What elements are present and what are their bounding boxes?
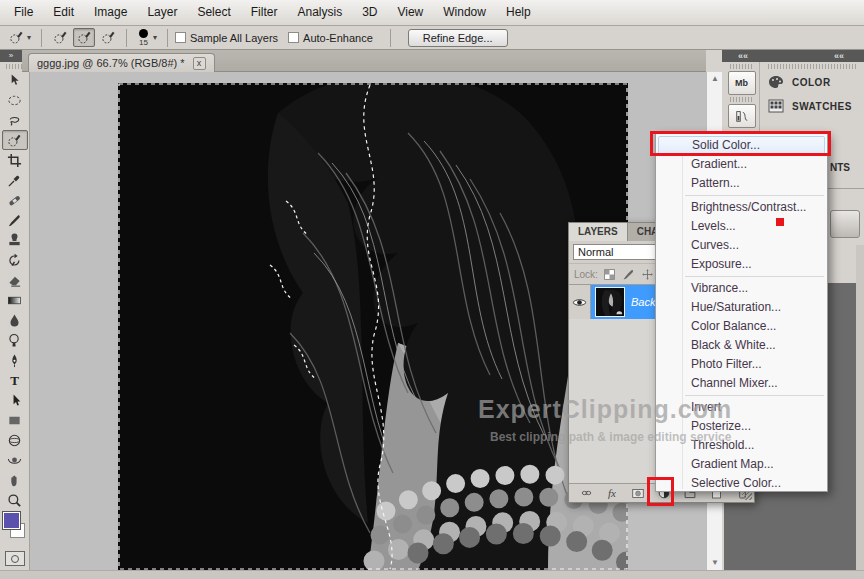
path-selection-tool-icon (7, 393, 22, 408)
menu-item-pattern[interactable]: Pattern... (656, 174, 827, 193)
refine-edge-button[interactable]: Refine Edge... (408, 29, 508, 47)
tool-clone-stamp[interactable] (2, 230, 28, 250)
foreground-color-swatch[interactable] (3, 512, 20, 529)
hand-tool-icon (7, 473, 22, 488)
tool-orbit-3d[interactable] (2, 450, 28, 470)
toolbar-expand-button[interactable]: » (0, 50, 22, 62)
tool-elliptical-marquee[interactable] (2, 90, 28, 110)
histogram-panel-button[interactable] (728, 104, 756, 128)
tool-crop[interactable] (2, 150, 28, 170)
collapse-panels-icon[interactable]: «« (738, 50, 748, 62)
lock-pixels-button[interactable] (622, 267, 636, 281)
dock-header: «« «« (722, 50, 864, 62)
menu-item-hue-saturation[interactable]: Hue/Saturation... (656, 298, 827, 317)
document-tab[interactable]: gggg.jpg @ 66.7% (RGB/8#) * x (28, 53, 215, 72)
menubar-item-3d[interactable]: 3D (352, 0, 387, 25)
brush-size-picker[interactable]: 15 ▾ (134, 28, 160, 48)
menu-item-color-balance[interactable]: Color Balance... (656, 317, 827, 336)
document-tab-bar: gggg.jpg @ 66.7% (RGB/8#) * x (22, 50, 706, 72)
tool-dodge[interactable] (2, 330, 28, 350)
tool-rotate-3d[interactable] (2, 430, 28, 450)
layer-style-button[interactable]: fx (604, 486, 620, 500)
chain-link-icon (579, 487, 594, 499)
add-to-selection-mode-button[interactable] (73, 28, 95, 47)
panel-grip[interactable] (768, 64, 858, 69)
quick-selection-tool-icon (7, 133, 22, 148)
tab-layers[interactable]: LAYERS (569, 223, 628, 241)
tool-pen[interactable] (2, 350, 28, 370)
eraser-tool-icon (7, 273, 22, 288)
chevron-down-icon: ▾ (153, 33, 157, 42)
color-panel-tab[interactable]: COLOR (762, 70, 864, 94)
tool-gradient[interactable] (2, 290, 28, 310)
menu-item-brightness-contrast[interactable]: Brightness/Contrast... (656, 198, 827, 217)
close-icon[interactable]: x (193, 57, 206, 70)
photo-canvas[interactable] (118, 83, 628, 570)
menubar-item-select[interactable]: Select (187, 0, 240, 25)
mini-bridge-panel-button[interactable]: Mb (728, 71, 756, 95)
tool-lasso[interactable] (2, 110, 28, 130)
tool-spot-healing[interactable] (2, 190, 28, 210)
tool-path-selection[interactable] (2, 390, 28, 410)
lock-position-button[interactable] (641, 267, 655, 281)
tool-eraser[interactable] (2, 270, 28, 290)
tool-hand[interactable] (2, 470, 28, 490)
menu-item-black-white[interactable]: Black & White... (656, 336, 827, 355)
collapse-panels-icon[interactable]: «« (834, 50, 844, 62)
link-layers-button[interactable] (578, 486, 594, 500)
panel-grip[interactable] (6, 64, 23, 69)
layer-thumbnail-image (596, 288, 624, 316)
add-layer-mask-button[interactable] (630, 486, 646, 500)
new-selection-mode-button[interactable] (49, 28, 71, 47)
layer-mask-icon (631, 487, 645, 500)
menubar-item-edit[interactable]: Edit (43, 0, 84, 25)
tool-type[interactable]: T (2, 370, 28, 390)
layer-thumbnail[interactable] (596, 288, 624, 316)
move-tool-icon (7, 73, 22, 88)
menu-item-levels[interactable]: Levels... (656, 217, 827, 236)
menu-separator (685, 276, 824, 277)
tool-move[interactable] (2, 70, 28, 90)
scroll-down-icon[interactable]: ▼ (707, 556, 723, 570)
swatches-panel-tab[interactable]: SWATCHES (762, 94, 864, 118)
tool-eyedropper[interactable] (2, 170, 28, 190)
layer-visibility-toggle[interactable] (569, 285, 591, 319)
scroll-up-icon[interactable]: ▲ (707, 72, 723, 86)
panel-grip[interactable] (730, 97, 753, 102)
menu-item-vibrance[interactable]: Vibrance... (656, 279, 827, 298)
menu-item-exposure[interactable]: Exposure... (656, 255, 827, 274)
tool-brush[interactable] (2, 210, 28, 230)
tool-blur[interactable] (2, 310, 28, 330)
tool-quick-selection[interactable] (2, 130, 28, 150)
quick-mask-button[interactable] (5, 551, 25, 566)
menubar-item-help[interactable]: Help (496, 0, 541, 25)
blend-mode-select[interactable]: Normal (573, 244, 661, 260)
tool-zoom[interactable] (2, 490, 28, 510)
subtract-from-selection-mode-button[interactable] (97, 28, 119, 47)
menu-item-gradient[interactable]: Gradient... (656, 155, 827, 174)
sample-all-layers-label: Sample All Layers (190, 32, 278, 44)
menubar-item-filter[interactable]: Filter (241, 0, 288, 25)
tool-history-brush[interactable] (2, 250, 28, 270)
menu-item-selective-color[interactable]: Selective Color... (656, 474, 827, 493)
adjustments-panel-button[interactable] (830, 210, 860, 238)
menubar-item-file[interactable]: File (4, 0, 43, 25)
menu-item-gradient-map[interactable]: Gradient Map... (656, 455, 827, 474)
menubar-item-image[interactable]: Image (84, 0, 137, 25)
tool-rectangle[interactable] (2, 410, 28, 430)
tool-preset-picker[interactable]: ▾ (6, 29, 34, 46)
menu-item-photo-filter[interactable]: Photo Filter... (656, 355, 827, 374)
auto-enhance-checkbox[interactable] (288, 32, 299, 43)
menubar-item-window[interactable]: Window (433, 0, 496, 25)
spot-healing-tool-icon (7, 193, 22, 208)
quick-selection-icon (9, 30, 24, 45)
sample-all-layers-checkbox[interactable] (175, 32, 186, 43)
lock-transparency-button[interactable] (603, 267, 617, 281)
menubar-item-analysis[interactable]: Analysis (287, 0, 352, 25)
panel-grip[interactable] (730, 64, 753, 69)
menubar-item-layer[interactable]: Layer (137, 0, 187, 25)
menu-item-curves[interactable]: Curves... (656, 236, 827, 255)
menubar-item-view[interactable]: View (387, 0, 433, 25)
add-to-selection-icon (77, 30, 92, 45)
menu-item-channel-mixer[interactable]: Channel Mixer... (656, 374, 827, 393)
